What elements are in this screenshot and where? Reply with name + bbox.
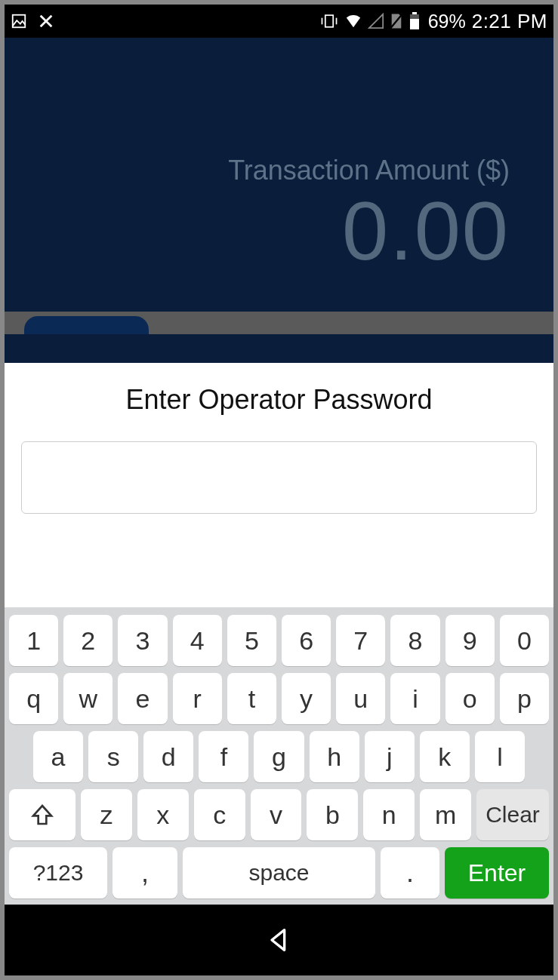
key-3[interactable]: 3 [118,615,167,666]
key-v[interactable]: v [251,789,302,840]
key-g[interactable]: g [254,731,304,782]
vibrate-icon [319,13,339,29]
nav-bar [5,905,553,975]
sim-off-icon [389,13,404,29]
svg-rect-1 [325,15,332,27]
key-6[interactable]: 6 [282,615,331,666]
keyboard-row-bottom: ?123 , space . Enter [9,847,549,899]
key-o[interactable]: o [445,673,495,724]
app-lower-bar [5,312,553,334]
key-j[interactable]: j [365,731,415,782]
key-1[interactable]: 1 [9,615,58,666]
back-icon[interactable] [264,925,294,955]
password-input[interactable] [21,441,537,514]
key-m[interactable]: m [420,789,471,840]
key-0[interactable]: 0 [500,615,549,666]
key-c[interactable]: c [194,789,245,840]
key-f[interactable]: f [199,731,248,782]
period-key[interactable]: . [381,847,439,899]
shift-key[interactable] [9,789,76,840]
key-q[interactable]: q [9,673,58,724]
key-8[interactable]: 8 [390,615,439,666]
key-x[interactable]: x [137,789,189,840]
password-dialog: Enter Operator Password 1234567890 qwert… [5,363,553,905]
key-w[interactable]: w [63,673,113,724]
image-icon [11,13,27,29]
space-key[interactable]: space [183,847,375,899]
key-b[interactable]: b [307,789,358,840]
status-left [11,13,54,29]
amount-label: Transaction Amount ($) [5,155,510,186]
keyboard-row-qwerty: qwertyuiop [9,673,549,724]
enter-key[interactable]: Enter [445,847,549,899]
svg-rect-7 [410,19,419,29]
mode-key[interactable]: ?123 [9,847,107,899]
keyboard-row-numbers: 1234567890 [9,615,549,666]
key-9[interactable]: 9 [445,615,495,666]
key-u[interactable]: u [336,673,385,724]
key-e[interactable]: e [118,673,167,724]
cross-icon [38,13,54,29]
key-7[interactable]: 7 [336,615,385,666]
dialog-title: Enter Operator Password [21,384,537,416]
comma-key[interactable]: , [113,847,177,899]
clock: 2:21 PM [472,10,547,33]
device-frame: 69% 2:21 PM Transaction Amount ($) 0.00 … [0,0,558,980]
key-k[interactable]: k [420,731,470,782]
svg-rect-0 [13,15,26,28]
key-5[interactable]: 5 [227,615,276,666]
battery-icon [408,12,421,30]
amount-value: 0.00 [5,189,510,272]
key-p[interactable]: p [500,673,549,724]
screen: 69% 2:21 PM Transaction Amount ($) 0.00 … [5,5,553,975]
keyboard-row-asdf: asdfghjkl [9,731,549,782]
keyboard: 1234567890 qwertyuiop asdfghjkl zxcvbnmC… [5,607,553,905]
key-r[interactable]: r [173,673,222,724]
key-4[interactable]: 4 [173,615,222,666]
clear-key[interactable]: Clear [476,789,549,840]
key-h[interactable]: h [310,731,359,782]
key-y[interactable]: y [282,673,331,724]
svg-rect-5 [412,12,417,14]
key-t[interactable]: t [227,673,276,724]
battery-percent: 69% [428,11,466,32]
key-d[interactable]: d [143,731,193,782]
key-2[interactable]: 2 [63,615,113,666]
wifi-icon [344,13,363,29]
key-s[interactable]: s [88,731,138,782]
status-bar: 69% 2:21 PM [5,5,553,38]
key-i[interactable]: i [390,673,439,724]
status-right: 69% 2:21 PM [319,10,547,33]
key-l[interactable]: l [475,731,525,782]
key-n[interactable]: n [363,789,415,840]
key-z[interactable]: z [81,789,132,840]
key-a[interactable]: a [33,731,83,782]
keyboard-row-zxcv: zxcvbnmClear [9,789,549,840]
cell-empty-icon [368,13,384,29]
